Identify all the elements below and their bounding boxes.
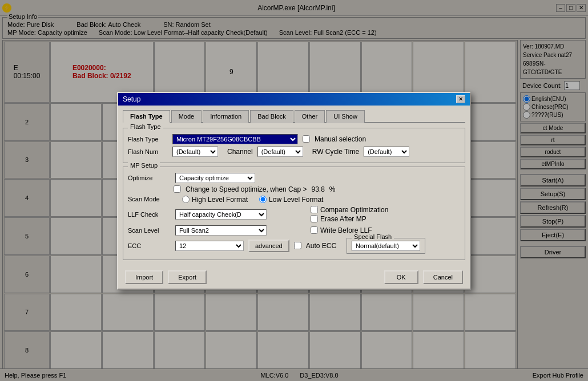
flash-type-row: Flash Type Micron MT29F256G08CBCBB Manua… xyxy=(128,134,460,144)
dialog-footer: Import Export OK Cancel xyxy=(118,268,470,289)
ecc-row: ECC 12 advanced Auto ECC Special Flash N… xyxy=(128,238,460,254)
erase-after-mp-row[interactable]: Erase After MP xyxy=(311,215,388,223)
flash-num-row: Flash Num (Default) Channel (Default) RW… xyxy=(128,147,460,157)
scan-level-left: Scan Level Full Scan2 xyxy=(128,225,305,236)
high-level-format-option[interactable]: High Level Format xyxy=(182,196,248,204)
llf-check-row: LLF Check Half capacity Check(D Compare … xyxy=(128,206,460,223)
advanced-button[interactable]: advanced xyxy=(248,240,289,252)
scan-level-row: Scan Level Full Scan2 Write Before LLF xyxy=(128,225,460,236)
manual-selection-checkbox[interactable] xyxy=(303,135,310,143)
low-level-format-option[interactable]: Low Level Format xyxy=(259,196,323,204)
channel-label: Channel xyxy=(227,148,253,156)
tab-flash-type[interactable]: Flash Type xyxy=(123,110,170,123)
high-level-radio[interactable] xyxy=(182,196,190,203)
special-flash-select[interactable]: Normal(default) xyxy=(352,241,420,251)
llf-check-label: LLF Check xyxy=(128,211,171,218)
rw-cycle-label: RW Cycle Time xyxy=(312,148,359,156)
optimize-label: Optimize xyxy=(128,175,171,181)
footer-right-buttons: OK Cancel xyxy=(384,270,463,284)
special-flash-label: Special Flash xyxy=(352,233,394,240)
write-before-llf-checkbox[interactable] xyxy=(311,226,318,234)
special-flash-box: Special Flash Normal(default) xyxy=(347,238,425,254)
scan-level-select[interactable]: Full Scan2 xyxy=(175,225,267,236)
speed-optimize-checkbox[interactable] xyxy=(174,185,181,193)
compare-opt-checkbox[interactable] xyxy=(311,206,318,213)
mp-setup-section: MP Setup Optimize Capacity optimize Chan… xyxy=(123,167,465,260)
rw-cycle-select[interactable]: (Default) xyxy=(364,147,409,157)
llf-checkboxes: Compare Optimization Erase After MP xyxy=(311,206,388,223)
cancel-button[interactable]: Cancel xyxy=(423,270,463,284)
tab-bar: Flash Type Mode Information Bad Block Ot… xyxy=(123,110,465,123)
compare-opt-label: Compare Optimization xyxy=(320,206,388,214)
mp-setup-section-label: MP Setup xyxy=(128,162,160,169)
export-button[interactable]: Export xyxy=(168,270,207,284)
dialog-title: Setup xyxy=(123,95,140,103)
flash-type-select[interactable]: Micron MT29F256G08CBCBB xyxy=(172,134,298,144)
auto-ecc-label: Auto ECC xyxy=(306,242,336,250)
flash-type-section-label: Flash Type xyxy=(128,123,163,130)
ecc-select[interactable]: 12 xyxy=(175,241,244,251)
dialog-body: Flash Type Mode Information Bad Block Ot… xyxy=(118,106,470,268)
flash-num-select[interactable]: (Default) xyxy=(172,147,218,157)
low-level-radio[interactable] xyxy=(259,196,267,203)
speed-unit: % xyxy=(329,185,336,193)
dialog-close-button[interactable]: ✕ xyxy=(456,95,465,103)
llf-check-select[interactable]: Half capacity Check(D xyxy=(175,209,267,220)
dialog-titlebar: Setup ✕ xyxy=(118,93,470,106)
manual-selection-label: Manual selection xyxy=(315,135,366,143)
tab-information[interactable]: Information xyxy=(203,110,249,123)
tab-bad-block[interactable]: Bad Block xyxy=(250,110,293,123)
ecc-label: ECC xyxy=(128,242,171,249)
footer-left-buttons: Import Export xyxy=(125,270,207,284)
import-button[interactable]: Import xyxy=(125,270,163,284)
tab-ui-show[interactable]: UI Show xyxy=(326,110,365,123)
auto-ecc-checkbox[interactable] xyxy=(294,242,301,249)
modal-overlay: Setup ✕ Flash Type Mode Information Bad … xyxy=(0,0,588,381)
high-level-label: High Level Format xyxy=(192,196,248,204)
scan-level-label: Scan Level xyxy=(128,227,171,234)
speed-value: 93.8 xyxy=(311,185,324,193)
tab-mode[interactable]: Mode xyxy=(171,110,202,123)
scan-mode-row: Scan Mode High Level Format Low Level Fo… xyxy=(128,196,460,204)
optimize-select[interactable]: Capacity optimize xyxy=(175,173,255,183)
llf-check-left: LLF Check Half capacity Check(D xyxy=(128,206,305,223)
optimize-row: Optimize Capacity optimize xyxy=(128,173,460,183)
speed-optimize-row: Change to Speed optimize, when Cap > 93.… xyxy=(174,185,460,193)
flash-num-label: Flash Num xyxy=(128,148,168,155)
compare-opt-row[interactable]: Compare Optimization xyxy=(311,206,388,214)
erase-after-mp-checkbox[interactable] xyxy=(311,215,318,222)
setup-dialog: Setup ✕ Flash Type Mode Information Bad … xyxy=(117,92,471,290)
flash-type-label: Flash Type xyxy=(128,136,168,143)
channel-select[interactable]: (Default) xyxy=(257,147,303,157)
low-level-label: Low Level Format xyxy=(269,196,323,204)
scan-mode-label: Scan Mode xyxy=(128,196,171,204)
erase-after-mp-label: Erase After MP xyxy=(320,215,367,223)
ok-button[interactable]: OK xyxy=(384,270,418,284)
tab-other[interactable]: Other xyxy=(295,110,325,123)
speed-optimize-label: Change to Speed optimize, when Cap > xyxy=(186,185,307,193)
flash-type-section: Flash Type Flash Type Micron MT29F256G08… xyxy=(123,128,465,163)
